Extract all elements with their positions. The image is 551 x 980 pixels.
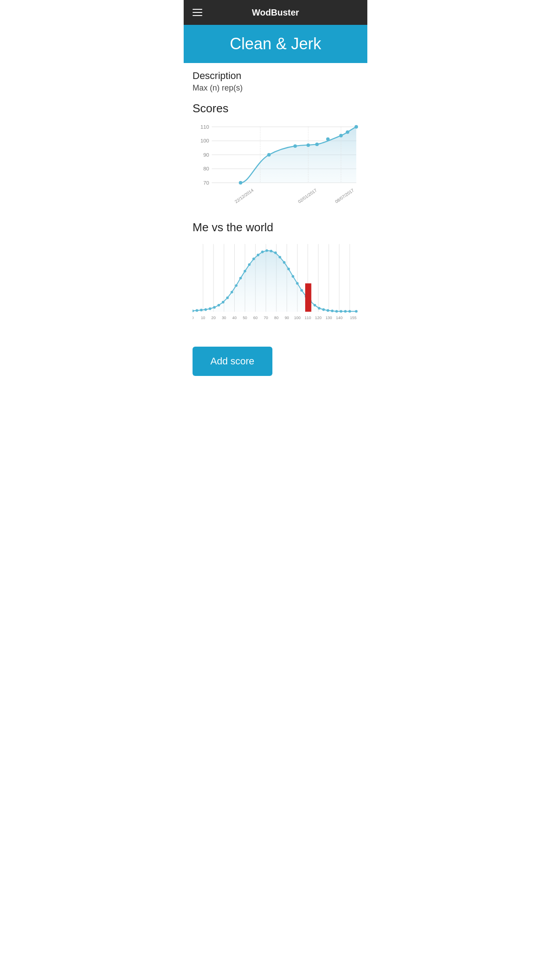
svg-text:30: 30	[222, 316, 226, 320]
svg-point-73	[335, 310, 338, 312]
description-section: Description Max (n) rep(s)	[193, 70, 358, 93]
svg-point-51	[239, 277, 242, 279]
svg-point-63	[291, 275, 294, 278]
svg-text:130: 130	[326, 316, 332, 320]
svg-point-48	[226, 296, 229, 299]
svg-point-70	[322, 308, 325, 311]
svg-point-69	[318, 307, 320, 309]
svg-text:20: 20	[211, 316, 216, 320]
svg-text:60: 60	[253, 316, 258, 320]
svg-point-42	[200, 308, 203, 311]
svg-text:08/07/2017: 08/07/2017	[334, 188, 355, 204]
line-chart-svg: 110 100 90 80 70	[193, 121, 358, 208]
description-value: Max (n) rep(s)	[193, 83, 358, 93]
svg-point-64	[296, 282, 299, 285]
main-content: Description Max (n) rep(s) Scores 110 10…	[184, 63, 367, 392]
svg-point-49	[231, 291, 233, 293]
svg-point-47	[222, 301, 224, 304]
scores-chart: 110 100 90 80 70	[193, 121, 358, 210]
svg-point-74	[340, 310, 342, 312]
svg-point-50	[235, 284, 237, 287]
svg-point-65	[300, 289, 303, 292]
exercise-banner: Clean & Jerk	[184, 25, 367, 63]
svg-text:110: 110	[201, 124, 209, 130]
svg-point-20	[346, 130, 349, 134]
svg-point-46	[217, 304, 220, 306]
svg-text:70: 70	[203, 180, 209, 186]
svg-text:140: 140	[336, 316, 342, 320]
svg-point-59	[274, 251, 277, 254]
svg-point-19	[339, 134, 343, 138]
svg-point-14	[267, 153, 271, 157]
player-score-bar	[305, 283, 311, 312]
svg-point-44	[209, 307, 211, 310]
svg-point-52	[244, 270, 246, 273]
bell-chart: 0 10 20 30 40 50 60 70 80 90 100 110 120…	[193, 240, 358, 333]
app-title: WodBuster	[252, 8, 299, 18]
svg-text:10: 10	[201, 316, 205, 320]
svg-text:100: 100	[294, 316, 301, 320]
svg-point-75	[344, 310, 347, 312]
svg-point-60	[279, 256, 281, 258]
mvw-title: Me vs the world	[193, 221, 358, 234]
menu-button[interactable]	[191, 7, 204, 18]
svg-point-17	[315, 142, 319, 146]
svg-point-55	[257, 253, 260, 256]
svg-text:50: 50	[243, 316, 247, 320]
svg-point-13	[239, 181, 242, 185]
svg-point-16	[307, 143, 310, 147]
svg-text:90: 90	[285, 316, 289, 320]
svg-point-76	[348, 310, 351, 312]
svg-point-68	[314, 304, 316, 306]
svg-text:90: 90	[203, 152, 209, 158]
description-label: Description	[193, 70, 358, 82]
svg-point-71	[327, 309, 329, 312]
svg-text:80: 80	[203, 166, 209, 172]
svg-text:02/01/2017: 02/01/2017	[297, 188, 318, 204]
svg-point-56	[261, 250, 264, 253]
svg-point-61	[283, 261, 286, 264]
svg-point-21	[354, 125, 358, 129]
bell-chart-svg: 0 10 20 30 40 50 60 70 80 90 100 110 120…	[193, 240, 358, 332]
svg-text:80: 80	[274, 316, 279, 320]
svg-point-72	[331, 309, 334, 312]
svg-point-57	[265, 249, 268, 252]
svg-point-43	[205, 308, 207, 311]
svg-text:40: 40	[232, 316, 237, 320]
svg-text:70: 70	[264, 316, 268, 320]
exercise-title: Clean & Jerk	[191, 35, 360, 53]
svg-text:155: 155	[350, 316, 357, 320]
svg-point-62	[287, 268, 290, 270]
svg-text:100: 100	[201, 138, 209, 144]
svg-point-58	[270, 249, 272, 252]
svg-point-54	[252, 257, 255, 260]
svg-text:22/12/2014: 22/12/2014	[234, 187, 255, 204]
svg-point-40	[193, 309, 194, 312]
svg-point-45	[213, 306, 216, 308]
app-header: WodBuster	[184, 0, 367, 25]
add-score-button[interactable]: Add score	[193, 347, 272, 376]
svg-text:0: 0	[193, 316, 194, 320]
svg-point-41	[196, 309, 198, 312]
scores-title: Scores	[193, 102, 358, 115]
svg-point-15	[293, 144, 297, 148]
svg-point-18	[326, 137, 330, 141]
svg-text:110: 110	[304, 316, 311, 320]
svg-point-77	[355, 310, 358, 312]
svg-text:120: 120	[315, 316, 322, 320]
svg-point-53	[248, 263, 251, 266]
